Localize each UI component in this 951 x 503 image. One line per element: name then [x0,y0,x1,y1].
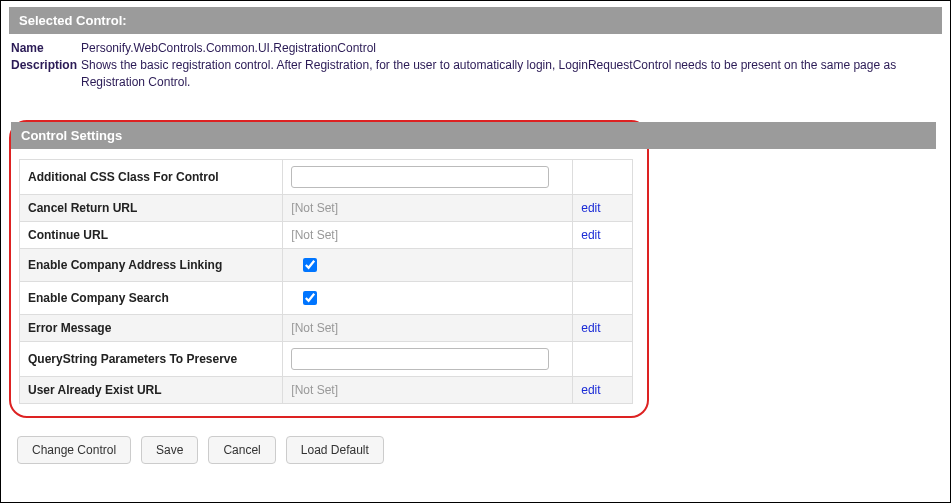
cell-enable-addr-action [573,249,633,282]
notset-error-msg: [Not Set] [291,321,338,335]
row-user-exist: User Already Exist URL [Not Set] edit [20,377,633,404]
label-enable-search: Enable Company Search [20,282,283,315]
selected-control-section: Selected Control: Name Personify.WebCont… [9,7,942,100]
label-error-msg: Error Message [20,315,283,342]
cell-continue-url-action: edit [573,222,633,249]
cell-user-exist-action: edit [573,377,633,404]
selected-name-label: Name [11,40,81,57]
cancel-button[interactable]: Cancel [208,436,275,464]
load-default-button[interactable]: Load Default [286,436,384,464]
selected-control-header: Selected Control: [9,7,942,34]
selected-desc-row: Description Shows the basic registration… [11,57,940,91]
edit-continue-url[interactable]: edit [581,228,600,242]
selected-control-body: Name Personify.WebControls.Common.UI.Reg… [9,34,942,100]
label-cancel-url: Cancel Return URL [20,195,283,222]
edit-cancel-url[interactable]: edit [581,201,600,215]
row-enable-search: Enable Company Search [20,282,633,315]
label-continue-url: Continue URL [20,222,283,249]
edit-error-msg[interactable]: edit [581,321,600,335]
cell-error-msg-action: edit [573,315,633,342]
notset-user-exist: [Not Set] [291,383,338,397]
label-css-class: Additional CSS Class For Control [20,160,283,195]
cell-user-exist-value: [Not Set] [283,377,573,404]
label-user-exist: User Already Exist URL [20,377,283,404]
selected-name-row: Name Personify.WebControls.Common.UI.Reg… [11,40,940,57]
config-panel: Selected Control: Name Personify.WebCont… [0,0,951,503]
selected-desc-value: Shows the basic registration control. Af… [81,57,940,91]
cell-enable-addr-value [283,249,573,282]
cell-qs-preserve-action [573,342,633,377]
notset-continue-url: [Not Set] [291,228,338,242]
row-continue-url: Continue URL [Not Set] edit [20,222,633,249]
selected-name-value: Personify.WebControls.Common.UI.Registra… [81,40,940,57]
cell-error-msg-value: [Not Set] [283,315,573,342]
checkbox-enable-addr[interactable] [303,258,317,272]
label-qs-preserve: QueryString Parameters To Preserve [20,342,283,377]
edit-user-exist[interactable]: edit [581,383,600,397]
cell-enable-search-action [573,282,633,315]
cell-enable-search-value [283,282,573,315]
input-qs-preserve[interactable] [291,348,549,370]
cell-continue-url-value: [Not Set] [283,222,573,249]
cell-css-class-input [283,160,573,195]
row-enable-addr: Enable Company Address Linking [20,249,633,282]
input-css-class[interactable] [291,166,549,188]
label-enable-addr: Enable Company Address Linking [20,249,283,282]
cell-css-class-action [573,160,633,195]
row-css-class: Additional CSS Class For Control [20,160,633,195]
row-cancel-url: Cancel Return URL [Not Set] edit [20,195,633,222]
row-qs-preserve: QueryString Parameters To Preserve [20,342,633,377]
row-error-msg: Error Message [Not Set] edit [20,315,633,342]
cell-qs-preserve-input [283,342,573,377]
notset-cancel-url: [Not Set] [291,201,338,215]
cell-cancel-url-action: edit [573,195,633,222]
change-control-button[interactable]: Change Control [17,436,131,464]
save-button[interactable]: Save [141,436,198,464]
control-settings-highlight: Control Settings Additional CSS Class Fo… [9,120,649,418]
cell-cancel-url-value: [Not Set] [283,195,573,222]
control-settings-header: Control Settings [11,122,936,149]
control-settings-table: Additional CSS Class For Control Cancel … [19,159,633,404]
checkbox-enable-search[interactable] [303,291,317,305]
selected-desc-label: Description [11,57,81,74]
action-button-row: Change Control Save Cancel Load Default [9,432,942,468]
